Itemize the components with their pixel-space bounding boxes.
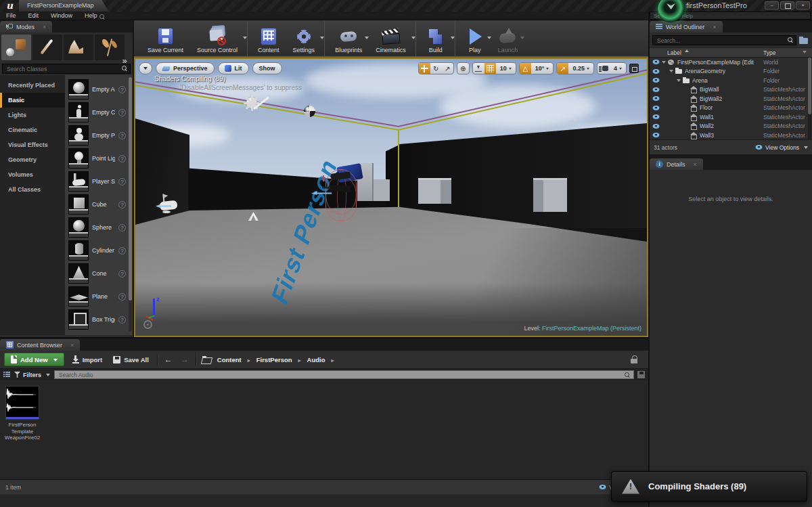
play-button[interactable]: Play [459,21,491,56]
view-mode-button[interactable]: Lit [218,62,249,74]
menu-file[interactable]: File [0,12,22,20]
placement-category[interactable]: Geometry [0,152,65,167]
lock-icon[interactable] [631,355,637,363]
tab-content-browser[interactable]: Content Browser × [0,339,80,351]
outliner-row[interactable]: ArenaGeometry Folder [650,67,812,76]
visibility-eye-icon[interactable] [652,124,660,129]
help-icon[interactable] [118,155,126,162]
help-icon[interactable] [118,178,126,185]
build-button[interactable]: Build [420,21,455,56]
help-icon[interactable] [118,247,126,255]
help-icon[interactable] [118,293,126,301]
visibility-eye-icon[interactable] [652,133,660,137]
place-item[interactable]: Point Ligh [68,147,126,170]
visibility-eye-icon[interactable] [652,96,660,101]
placement-category[interactable]: Lights [0,108,65,123]
place-item[interactable]: Plane [68,285,126,308]
save-current-button[interactable]: Save Current [141,21,190,56]
asset-tile[interactable]: FirstPerson Template WeaponFire02 [4,386,41,441]
visibility-eye-icon[interactable] [652,60,660,64]
launch-button[interactable]: Launch [491,21,525,56]
minimize-button[interactable]: – [765,1,779,9]
place-item[interactable]: Cube [68,193,126,216]
help-icon[interactable] [118,132,126,139]
visibility-eye-icon[interactable] [652,106,660,110]
create-folder-icon[interactable] [799,37,809,45]
expander-icon[interactable] [677,79,681,84]
outliner-row[interactable]: FirstPersonExampleMap (Edit World [650,58,812,67]
cinematics-button[interactable]: Cinematics [369,21,416,56]
breadcrumb-item[interactable]: FirstPerson [256,356,301,363]
place-item[interactable]: Player Sta [68,170,126,193]
content-search-input[interactable] [54,370,634,379]
outliner-row[interactable]: Wall1 StaticMeshActor [650,112,812,122]
expander-icon[interactable] [669,70,673,74]
label-column-header[interactable]: Label [667,49,689,56]
maximize-viewport-button[interactable] [629,64,639,73]
place-item[interactable]: Empty Paw [68,124,126,147]
level-viewport[interactable]: First Person z [134,58,648,337]
static-mesh-box[interactable] [533,178,567,212]
placement-scrollbar[interactable] [129,77,132,332]
outliner-search-input[interactable] [652,35,796,45]
help-icon[interactable] [118,224,126,232]
place-item[interactable]: Sphere [68,216,126,239]
camera-speed-button[interactable] [597,63,610,74]
outliner-row[interactable]: Wall3 StaticMeshActor [650,131,812,139]
reflection-capture-sprite[interactable] [304,106,315,117]
tab-world-outliner[interactable]: World Outliner × [650,21,723,32]
paint-mode-tab[interactable] [32,35,62,60]
outliner-view-options-button[interactable]: View Options [755,144,808,151]
breadcrumb-item[interactable]: Audio [307,356,334,363]
place-item[interactable]: Empty Cha [68,101,126,124]
camera-mode-button[interactable]: Perspective [156,62,215,74]
visibility-eye-icon[interactable] [652,69,660,74]
import-button[interactable]: Import [70,355,106,363]
forward-button[interactable]: → [179,355,190,364]
scale-snap-button[interactable]: ↗ [557,63,568,74]
help-icon[interactable] [118,316,126,324]
view-type-icon[interactable] [3,372,10,378]
rotation-snap-value[interactable]: 10° [531,63,554,74]
menu-edit[interactable]: Edit [22,12,45,20]
surface-snap-button[interactable] [473,63,484,74]
add-new-button[interactable]: Add New [4,353,64,366]
visibility-eye-icon[interactable] [652,114,660,119]
visibility-eye-icon[interactable] [652,87,660,92]
type-filter-icon[interactable] [803,51,807,56]
scale-tool-button[interactable]: ↗ [442,63,453,74]
help-icon[interactable] [118,86,126,93]
grid-snap-value[interactable]: 10 [496,63,516,74]
content-button[interactable]: Content [251,21,286,56]
placement-category[interactable]: Cinematic [0,123,65,137]
rotation-snap-button[interactable]: △ [520,63,531,74]
settings-button[interactable]: Settings [286,21,325,56]
maximize-button[interactable] [780,1,794,9]
help-icon[interactable] [118,270,126,278]
close-button[interactable]: × [796,1,810,9]
camera-speed-value[interactable]: 4 [610,63,626,74]
placement-category[interactable]: Basic [0,93,65,108]
outliner-row[interactable]: Wall2 StaticMeshActor [650,122,812,131]
menu-window[interactable]: Window [45,12,78,20]
placement-category[interactable]: Volumes [0,167,65,182]
close-icon[interactable]: × [713,24,716,30]
save-all-button[interactable]: Save All [110,356,152,363]
outliner-row[interactable]: BigWall2 StaticMeshActor [650,94,812,104]
static-mesh-box[interactable] [418,178,451,204]
tab-details[interactable]: Details × [650,158,703,170]
place-item[interactable]: Box Trigg [68,308,126,331]
outliner-row[interactable]: Floor StaticMeshActor [650,104,812,113]
save-search-icon[interactable] [637,371,645,378]
type-column-header[interactable]: Type [763,49,775,56]
help-icon[interactable] [118,109,126,116]
grid-snap-button[interactable] [484,63,496,74]
source-control-button[interactable]: Source Control [190,21,248,56]
close-icon[interactable]: × [70,342,74,349]
show-flags-button[interactable]: Show [252,62,282,74]
outliner-row[interactable]: BigWall StaticMeshActor [650,85,812,95]
document-tab[interactable]: FirstPersonExampleMap [19,0,109,12]
place-item[interactable]: Empty Act [68,78,126,101]
viewport-options-button[interactable] [139,62,152,74]
back-button[interactable]: ← [163,355,174,364]
